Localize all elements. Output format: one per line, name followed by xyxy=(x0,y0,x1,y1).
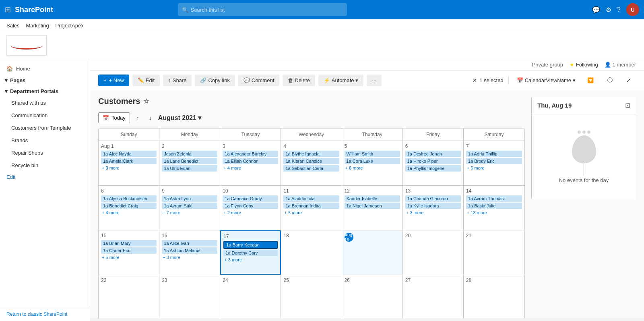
calendar-event[interactable]: 1a Amela Clark xyxy=(101,158,157,164)
calendar-day[interactable]: 31a Alexander Barclay1a Elijah Connor+ 4… xyxy=(220,141,281,185)
calendar-event[interactable]: 1a Kieran Candice xyxy=(283,158,339,164)
calendar-event[interactable]: 1a Alyssa Buckminster xyxy=(101,195,157,202)
avatar[interactable]: U xyxy=(626,3,639,16)
more-events[interactable]: + 5 more xyxy=(466,165,522,171)
more-events[interactable]: + 7 more xyxy=(162,210,217,215)
settings-icon[interactable]: ⚙ xyxy=(606,6,611,14)
calendar-event[interactable]: 1a Blythe Ignacia xyxy=(283,151,339,157)
more-events[interactable]: + 3 more xyxy=(405,210,461,215)
calendar-event[interactable]: 1a Ashton Melanie xyxy=(162,247,217,254)
calendar-day[interactable]: 101a Candace Grady1a Flynn Coby+ 2 more xyxy=(220,186,281,230)
breadcrumb-marketing[interactable]: Marketing xyxy=(26,23,49,29)
sidebar-item-home[interactable]: 🏠 Home xyxy=(0,62,90,75)
waffle-icon[interactable]: ⊞ xyxy=(5,5,11,14)
help-icon[interactable]: ? xyxy=(617,6,621,13)
breadcrumb-sales[interactable]: Sales xyxy=(6,23,20,29)
sidebar-item-customers-template[interactable]: Customers from Template xyxy=(0,122,90,134)
calendar-event[interactable]: Jason Zelenia xyxy=(162,151,217,157)
calendar-day[interactable]: 18 xyxy=(281,230,342,275)
calendar-day[interactable]: 21 xyxy=(464,230,524,275)
sidebar-item-shared[interactable]: Shared with us xyxy=(0,97,90,109)
calendar-day[interactable]: 27 xyxy=(403,275,464,318)
breadcrumb-projectapex[interactable]: ProjectApex xyxy=(56,23,84,29)
calendar-event[interactable]: 1a Avram Thomas xyxy=(466,195,522,202)
comment-button[interactable]: 💬 Comment xyxy=(238,75,279,86)
calendar-day[interactable]: 151a Brian Mary1a Carter Eric+ 5 more xyxy=(99,230,159,275)
new-button[interactable]: + + New xyxy=(98,75,129,86)
sidebar-item-repair[interactable]: Repair Shops xyxy=(0,147,90,159)
more-events[interactable]: + 4 more xyxy=(223,165,278,171)
following-button[interactable]: ★ Following xyxy=(570,62,598,68)
today-button[interactable]: 📅 Today xyxy=(98,112,130,123)
calendar-day[interactable]: Aug 11a Alec Nayda1a Amela Clark+ 3 more xyxy=(99,141,159,185)
calendar-day[interactable]: 161a Alice Ivan1a Ashton Melanie+ 3 more xyxy=(159,230,220,275)
close-selected-icon[interactable]: ✕ xyxy=(473,77,477,83)
more-events[interactable]: + 6 more xyxy=(345,165,400,171)
calendar-event[interactable]: 1a Alice Ivan xyxy=(162,240,217,246)
calendar-event[interactable]: 1a Alec Nayda xyxy=(101,151,157,157)
next-month-button[interactable]: ↓ xyxy=(146,113,155,123)
close-panel-button[interactable]: ⊡ xyxy=(625,101,630,109)
sidebar-item-brands[interactable]: Brands xyxy=(0,134,90,147)
calendar-day[interactable]: 111a Aladdin Iola1a Brennan Indira+ 5 mo… xyxy=(281,186,342,230)
calendar-day[interactable]: 25 xyxy=(281,275,342,318)
calendar-day[interactable]: 26 xyxy=(342,275,403,318)
info-button[interactable]: ⓘ xyxy=(602,74,618,87)
more-events[interactable]: + 13 more xyxy=(466,210,522,215)
sidebar-item-recycle[interactable]: Recycle bin xyxy=(0,159,90,172)
calendar-event[interactable]: 1a Hiroko Piper xyxy=(405,158,461,164)
return-classic-link[interactable]: Return to classic SharePoint xyxy=(0,307,90,318)
calendar-day[interactable]: 61a Desiree Jonah1a Hiroko Piper1a Phyll… xyxy=(403,141,464,185)
calendar-event[interactable]: 1a Brian Mary xyxy=(101,240,157,246)
calendar-day[interactable]: 91a Astra Lynn1a Avram Suki+ 7 more xyxy=(159,186,220,230)
calendar-event[interactable]: 1a Phyllis Imogene xyxy=(405,165,461,172)
sidebar-item-communication[interactable]: Communication xyxy=(0,109,90,122)
more-events[interactable]: + 3 more xyxy=(162,255,217,260)
more-events[interactable]: + 3 more xyxy=(223,257,278,263)
view-selector[interactable]: 📅 CalendarViewName ▾ xyxy=(514,76,579,85)
calendar-event[interactable]: 1a Aladdin Iola xyxy=(283,195,339,202)
search-box[interactable]: 🔍 xyxy=(178,3,347,16)
calendar-event[interactable]: 1a Carter Eric xyxy=(101,247,157,254)
calendar-event[interactable]: 1a Flynn Coby xyxy=(223,203,278,209)
calendar-event[interactable]: 1a Elijah Connor xyxy=(223,158,278,164)
calendar-day[interactable]: 81a Alyssa Buckminster1a Benedict Craig+… xyxy=(99,186,159,230)
favorite-star-icon[interactable]: ☆ xyxy=(143,97,149,105)
automate-button[interactable]: ⚡ Automate ▾ xyxy=(318,75,364,86)
calendar-event[interactable]: 1a Dorothy Cary xyxy=(223,250,278,256)
calendar-event[interactable]: 1a Brennan Indira xyxy=(283,203,339,209)
calendar-day[interactable]: 71a Adria Phillip1a Brody Eric+ 5 more xyxy=(464,141,524,185)
calendar-event[interactable]: 1a Cora Luke xyxy=(345,158,400,164)
calendar-event[interactable]: 1a Brody Eric xyxy=(466,158,522,164)
calendar-day[interactable]: 12Xander Isabelle1a Nigel Jameson xyxy=(342,186,403,230)
calendar-event[interactable]: 1a Benedict Craig xyxy=(101,203,157,209)
month-selector[interactable]: August 2021 ▾ xyxy=(158,114,201,122)
calendar-event[interactable]: 1a Desiree Jonah xyxy=(405,151,461,157)
calendar-day[interactable]: 20 xyxy=(403,230,464,275)
more-events[interactable]: + 5 more xyxy=(283,210,339,215)
calendar-event[interactable]: 1a Sebastian Carla xyxy=(283,165,339,172)
calendar-day[interactable]: 2Jason Zelenia1a Lane Benedict1a Ulric E… xyxy=(159,141,220,185)
calendar-event[interactable]: 1a Alexander Barclay xyxy=(223,151,278,157)
calendar-day[interactable]: 22 xyxy=(99,275,159,318)
calendar-event[interactable]: 1a Barry Keegan xyxy=(223,241,278,249)
calendar-event[interactable]: 1a Adria Phillip xyxy=(466,151,522,157)
more-events[interactable]: + 4 more xyxy=(101,210,157,215)
calendar-event[interactable]: 1a Nigel Jameson xyxy=(345,203,400,209)
more-events[interactable]: + 5 more xyxy=(101,255,157,260)
chat-icon[interactable]: 💬 xyxy=(592,6,600,14)
calendar-event[interactable]: 1a Avram Suki xyxy=(162,203,217,209)
calendar-day[interactable]: 171a Barry Keegan1a Dorothy Cary+ 3 more xyxy=(220,230,281,275)
calendar-day[interactable]: 24 xyxy=(220,275,281,318)
more-events[interactable]: + 3 more xyxy=(101,165,157,171)
edit-button[interactable]: ✏️ Edit xyxy=(132,75,160,86)
prev-month-button[interactable]: ↑ xyxy=(133,113,142,123)
sidebar-edit[interactable]: Edit xyxy=(0,172,90,182)
calendar-event[interactable]: 1a Kylie Isadora xyxy=(405,203,461,209)
calendar-day[interactable]: 131a Chanda Giacomo1a Kylie Isadora+ 3 m… xyxy=(403,186,464,230)
more-events[interactable]: + 2 more xyxy=(223,210,278,215)
more-button[interactable]: ··· xyxy=(367,75,382,86)
copy-link-button[interactable]: 🔗 Copy link xyxy=(195,75,235,86)
calendar-day[interactable]: Aug 19 xyxy=(342,230,403,275)
calendar-event[interactable]: 1a Chanda Giacomo xyxy=(405,195,461,202)
